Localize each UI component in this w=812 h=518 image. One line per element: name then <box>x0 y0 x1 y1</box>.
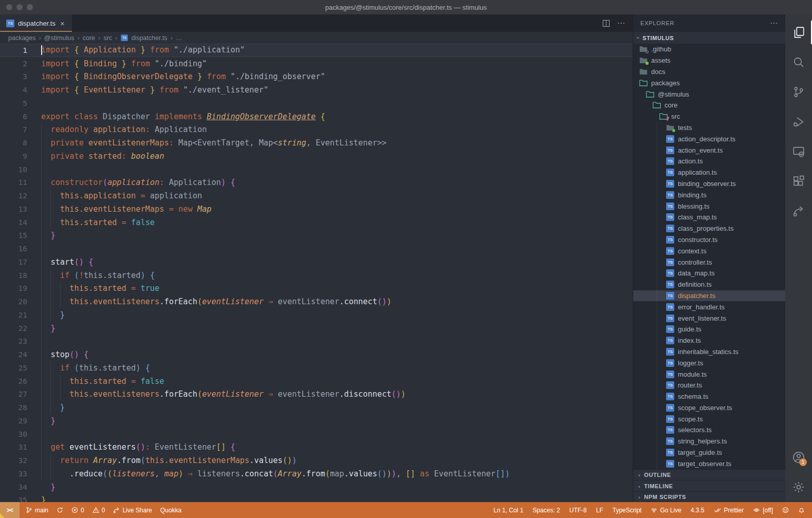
tree-item-index-ts[interactable]: TSindex.ts <box>633 335 785 346</box>
code-line[interactable]: 24 stop() { <box>0 348 633 361</box>
zoom-window-button[interactable] <box>27 4 33 10</box>
tab-dispatcher[interactable]: TS dispatcher.ts × <box>0 14 72 32</box>
status-item-typescript[interactable]: TypeScript <box>613 507 642 514</box>
tree-item-scope-observer-ts[interactable]: TSscope_observer.ts <box>633 402 785 414</box>
explorer-more-icon[interactable]: ⋯ <box>770 18 778 28</box>
code-line[interactable]: 34 } <box>0 480 633 494</box>
tree-item-event-listener-ts[interactable]: TSevent_listener.ts <box>633 312 785 324</box>
tree-item-application-ts[interactable]: TSapplication.ts <box>633 167 785 178</box>
code-line[interactable]: 13 this.eventListenerMaps = new Map <box>0 202 633 216</box>
code-line[interactable]: 29 } <box>0 414 633 428</box>
tree-item-src[interactable]: src <box>633 111 785 122</box>
tree-item-binding-observer-ts[interactable]: TSbinding_observer.ts <box>633 178 785 190</box>
status-item-4-3-5[interactable]: 4.3.5 <box>691 507 705 514</box>
code-line[interactable]: 22 } <box>0 322 633 335</box>
tree-item-assets[interactable]: assets <box>633 55 785 66</box>
minimize-window-button[interactable] <box>16 4 23 10</box>
code-line[interactable]: 26 this.started = false <box>0 375 633 388</box>
panel-npm-scripts[interactable]: ›NPM SCRIPTS <box>633 491 785 502</box>
tree-item-inheritable-statics-ts[interactable]: TSinheritable_statics.ts <box>633 346 785 358</box>
tab-close-icon[interactable]: × <box>60 19 65 28</box>
activity-remote-explorer-icon[interactable] <box>785 137 812 166</box>
code-line[interactable]: 18 if (!this.started) { <box>0 269 633 282</box>
tree-item-definition-ts[interactable]: TSdefinition.ts <box>633 279 785 290</box>
code-editor[interactable]: 1import { Application } from "./applicat… <box>0 44 633 502</box>
breadcrumb-item[interactable]: core <box>83 34 95 42</box>
tree-item-class-map-ts[interactable]: TSclass_map.ts <box>633 212 785 223</box>
code-line[interactable]: 28 } <box>0 401 633 414</box>
code-line[interactable]: 11 constructor(application: Application)… <box>0 176 633 190</box>
breadcrumb-item[interactable]: … <box>176 34 182 42</box>
code-line[interactable]: 9 private started: boolean <box>0 150 633 163</box>
tree-item-logger-ts[interactable]: TSlogger.ts <box>633 357 785 368</box>
account-icon[interactable]: 1 <box>785 442 812 472</box>
split-editor-icon[interactable] <box>602 20 610 27</box>
code-line[interactable]: 23 <box>0 335 633 348</box>
code-line[interactable]: 33 .reduce((listeners, map) ⇒ listeners.… <box>0 467 633 480</box>
breadcrumb-item[interactable]: @stimulus <box>44 34 75 42</box>
status-item-sync[interactable] <box>57 507 63 513</box>
code-line[interactable]: 25 if (this.started) { <box>0 361 633 375</box>
status-item-bell[interactable] <box>798 507 805 513</box>
tree-item-action-descriptor-ts[interactable]: TSaction_descriptor.ts <box>633 133 785 144</box>
tree-item-blessing-ts[interactable]: TSblessing.ts <box>633 200 785 212</box>
code-line[interactable]: 7 readonly application: Application <box>0 123 633 137</box>
close-window-button[interactable] <box>6 4 12 10</box>
activity-source-control-icon[interactable] <box>785 77 812 107</box>
status-item-live-share[interactable]: Live Share <box>113 507 152 514</box>
code-line[interactable]: 31 get eventListeners(): EventListener[]… <box>0 441 633 454</box>
code-line[interactable]: 21 } <box>0 308 633 322</box>
status-item-lf[interactable]: LF <box>596 507 603 514</box>
activity-live-share-icon[interactable] <box>785 196 812 226</box>
tree-item-packages[interactable]: packages <box>633 77 785 88</box>
code-line[interactable]: 19 this.started = true <box>0 282 633 295</box>
code-line[interactable]: 6export class Dispatcher implements Bind… <box>0 110 633 123</box>
code-line[interactable]: 15 } <box>0 229 633 243</box>
activity-extensions-icon[interactable] <box>785 166 812 196</box>
tree-item-core[interactable]: core <box>633 100 785 111</box>
code-line[interactable]: 10 <box>0 163 633 176</box>
tree-item-data-map-ts[interactable]: TSdata_map.ts <box>633 268 785 279</box>
code-line[interactable]: 17 start() { <box>0 255 633 269</box>
status-item-feedback[interactable] <box>782 507 789 513</box>
tree-item-router-ts[interactable]: TSrouter.ts <box>633 380 785 391</box>
activity-explorer-icon[interactable] <box>785 17 812 47</box>
tree-item-docs[interactable]: docs <box>633 66 785 78</box>
code-line[interactable]: 5 <box>0 97 633 110</box>
code-line[interactable]: 2import { Binding } from "./binding" <box>0 57 633 70</box>
status-item-quokka[interactable]: Quokka <box>160 507 181 514</box>
tree-item-constructor-ts[interactable]: TSconstructor.ts <box>633 234 785 246</box>
status-item-main[interactable]: main <box>26 507 48 514</box>
tree-item-target-observer-ts[interactable]: TStarget_observer.ts <box>633 458 785 469</box>
section-stimulus[interactable]: › STIMULUS <box>633 32 785 44</box>
tree-item-guide-ts[interactable]: TSguide.ts <box>633 324 785 335</box>
tree-item-controller-ts[interactable]: TScontroller.ts <box>633 256 785 268</box>
activity-run-debug-icon[interactable] <box>785 107 812 137</box>
code-line[interactable]: 14 this.started = false <box>0 216 633 229</box>
status-item--off-[interactable]: [off] <box>753 507 773 514</box>
tree-item-string-helpers-ts[interactable]: TSstring_helpers.ts <box>633 436 785 447</box>
editor-actions-more-icon[interactable]: ⋯ <box>617 18 625 28</box>
code-line[interactable]: 32 return Array.from(this.eventListenerM… <box>0 454 633 467</box>
code-line[interactable]: 27 this.eventListeners.forEach(eventList… <box>0 388 633 401</box>
panel-timeline[interactable]: ›TIMELINE <box>633 480 785 491</box>
tree-item-module-ts[interactable]: TSmodule.ts <box>633 368 785 380</box>
status-item-utf-8[interactable]: UTF-8 <box>569 507 587 514</box>
status-item-0[interactable]: 0 <box>71 507 84 514</box>
tree-item-action-ts[interactable]: TSaction.ts <box>633 156 785 167</box>
code-line[interactable]: 8 private eventListenerMaps: Map<EventTa… <box>0 136 633 150</box>
breadcrumb-item[interactable]: packages <box>8 34 36 42</box>
code-line[interactable]: 20 this.eventListeners.forEach(eventList… <box>0 295 633 308</box>
tree-item-selectors-ts[interactable]: TSselectors.ts <box>633 424 785 436</box>
breadcrumb-item[interactable]: TSdispatcher.ts <box>120 34 167 42</box>
status-item-0[interactable]: 0 <box>93 507 105 514</box>
status-item-go-live[interactable]: Go Live <box>651 507 681 514</box>
status-item-ln-1-col-1[interactable]: Ln 1, Col 1 <box>493 507 523 514</box>
tree-item-scope-ts[interactable]: TSscope.ts <box>633 413 785 424</box>
code-line[interactable]: 35} <box>0 494 633 503</box>
tree-item-tests[interactable]: tests <box>633 122 785 134</box>
code-line[interactable]: 1import { Application } from "./applicat… <box>0 44 633 57</box>
tree-item-error-handler-ts[interactable]: TSerror_handler.ts <box>633 301 785 312</box>
code-line[interactable]: 12 this.application = application <box>0 189 633 202</box>
tree-item-schema-ts[interactable]: TSschema.ts <box>633 391 785 402</box>
